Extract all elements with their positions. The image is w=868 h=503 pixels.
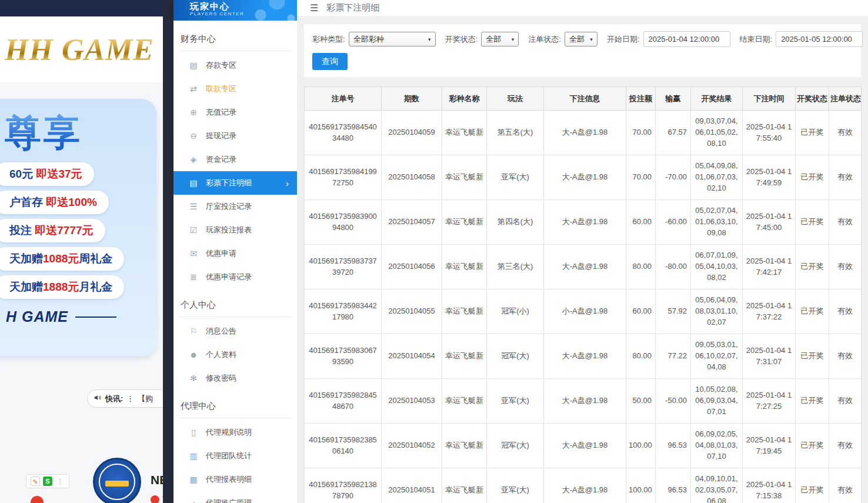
cell-bet_time: 2025-01-04 17:15:38 (743, 468, 796, 503)
search-button[interactable]: 查询 (312, 53, 348, 70)
draw-status-select[interactable]: 全部 ▾ (481, 32, 519, 46)
sidebar-item-withdraw[interactable]: ⇄取款专区 (173, 77, 297, 101)
sidebar-item-change-password[interactable]: ✻修改密码 (173, 367, 297, 390)
sidebar-item-recharge-record[interactable]: ⊕充值记录 (173, 101, 297, 124)
sidebar-item-player-bet-report[interactable]: ☑玩家投注报表 (173, 218, 297, 242)
cell-amount: 50.00 (626, 379, 656, 424)
lottery-type-value: 全部彩种 (353, 34, 384, 45)
site-logo-band: HH GAME (0, 16, 163, 82)
cell-lottery: 幸运飞艇新 (442, 155, 487, 200)
column-header-lottery: 彩种名称 (442, 87, 487, 111)
table-row: 40156917359845403448020250104059幸运飞艇新第五名… (305, 111, 862, 155)
background-page: HH GAME 尊享 60元 即送37元户首存 即送100%投注 即送7777元… (0, 0, 173, 503)
start-date-label: 开始日期: (607, 34, 640, 45)
sidebar-item-hall-bet-record[interactable]: ☰厅室投注记录 (173, 195, 297, 218)
cell-win_loss: 96.53 (656, 424, 691, 468)
cell-order_status: 有效 (829, 379, 862, 424)
sidebar-item-announcement[interactable]: ⚐消息公告 (173, 319, 297, 343)
promo-pill: 投注 即送7777元 (0, 219, 105, 242)
cell-bet_info: 大-A盘@1.98 (544, 245, 626, 289)
lottery-type-select[interactable]: 全部彩种 ▾ (349, 32, 436, 46)
cell-amount: 100.00 (626, 468, 656, 503)
cell-result: 04,09,10,01,02,03,05,07,06,08 (691, 468, 743, 503)
more-widget-icon[interactable]: ⋮ (55, 477, 65, 486)
sidebar-item-label: 代理规则说明 (206, 427, 252, 438)
cell-play: 冠军(小) (487, 289, 544, 334)
promo-pill-list: 60元 即送37元户首存 即送100%投注 即送7777元天加赠1088元周礼金… (9, 162, 156, 299)
hall-bet-record-icon: ☰ (189, 202, 198, 211)
news-text: 【购 (138, 394, 153, 404)
agent-promotion-icon: ‹ (189, 498, 198, 503)
sidebar-item-promo-apply[interactable]: ✉优惠申请 (173, 242, 297, 265)
cell-win_loss: -80.00 (656, 245, 691, 289)
sidebar-item-funds-record[interactable]: ◈资金记录 (173, 148, 297, 171)
column-header-order_status: 注单状态 (829, 87, 862, 111)
withdraw-record-icon: ⊖ (189, 131, 198, 141)
end-date-input[interactable] (776, 31, 863, 47)
order-status-value: 全部 (569, 34, 585, 45)
brand-mark: H GAME (6, 308, 68, 325)
column-header-amount: 投注额 (626, 87, 656, 111)
cell-amount: 80.00 (626, 334, 656, 379)
sidebar-item-agent-rules[interactable]: ▯代理规则说明 (173, 421, 297, 444)
table-body: 40156917359845403448020250104059幸运飞艇新第五名… (305, 111, 862, 503)
sidebar-item-withdraw-record[interactable]: ⊖提现记录 (173, 124, 297, 148)
cell-win_loss: 77.22 (656, 334, 691, 379)
promo-apply-record-icon: ≣ (189, 272, 198, 282)
main-content: ☰ 彩票下注明细 彩种类型: 全部彩种 ▾ 开奖状态: 全部 ▾ (297, 0, 868, 503)
promo-pill-text: 天加赠 (9, 252, 43, 265)
sidebar-item-label: 代理推广管理 (206, 498, 252, 503)
cell-bet_id: 401569173598390094800 (305, 200, 382, 245)
edit-widget-icon[interactable]: ✎ (31, 477, 40, 486)
sidebar-item-agent-report[interactable]: ▦代理报表明细 (173, 468, 297, 491)
table-row: 40156917359837373972020250104056幸运飞艇新第三名… (305, 245, 862, 289)
browser-widget-toolbar[interactable]: ✎ S ⋮ (26, 474, 69, 488)
cell-bet_id: 401569173598454034480 (305, 111, 382, 155)
lottery-type-label: 彩种类型: (312, 34, 345, 45)
cell-bet_time: 2025-01-04 17:45:00 (743, 200, 796, 245)
table-row: 40156917359839009480020250104057幸运飞艇新第四名… (305, 200, 862, 245)
hamburger-menu-icon[interactable]: ☰ (310, 2, 318, 14)
red-badge-icon (151, 495, 159, 503)
cell-order_status: 有效 (829, 155, 862, 200)
sidebar-item-profile[interactable]: ☻个人资料 (173, 343, 297, 367)
sidebar-title: 玩家中心 (190, 1, 297, 11)
sidebar-item-deposit[interactable]: ▤存款专区 (173, 54, 297, 77)
table-row: 40156917359841997275020250104058幸运飞艇新亚军(… (305, 155, 862, 200)
cell-order_status: 有效 (829, 111, 862, 155)
cell-result: 05,02,07,04,01,06,03,10,09,08 (691, 200, 743, 245)
sidebar-item-label: 优惠申请记录 (206, 272, 252, 282)
cell-draw_status: 已开奖 (796, 200, 829, 245)
cell-lottery: 幸运飞艇新 (442, 245, 487, 289)
promo-pill: 户首存 即送100% (0, 191, 109, 214)
sidebar-item-promo-apply-record[interactable]: ≣优惠申请记录 (173, 265, 297, 289)
promo-panel: 尊享 60元 即送37元户首存 即送100%投注 即送7777元天加赠1088元… (0, 99, 156, 357)
column-header-play: 玩法 (487, 87, 544, 111)
sidebar-item-label: 充值记录 (206, 107, 236, 118)
cell-period: 20250104053 (382, 379, 442, 424)
sidebar-item-agent-team-stats[interactable]: ▥代理团队统计 (173, 444, 297, 468)
cell-bet_id: 401569173598213878790 (305, 468, 382, 503)
sidebar-item-agent-promotion[interactable]: ‹代理推广管理 (173, 491, 297, 503)
agent-team-stats-icon: ▥ (189, 451, 198, 461)
cell-amount: 70.00 (626, 111, 656, 155)
promo-title: 尊享 (5, 108, 156, 158)
filter-panel: 彩种类型: 全部彩种 ▾ 开奖状态: 全部 ▾ 注单状态: (304, 24, 861, 77)
promo-pill-highlight: 1888元 (43, 281, 79, 293)
cell-play: 亚军(大) (487, 379, 544, 424)
bets-table-wrap: 注单号期数彩种名称玩法下注信息投注额输赢开奖结果下注时间开奖状态注单状态 401… (304, 86, 861, 503)
order-status-select[interactable]: 全部 ▾ (565, 32, 597, 46)
cell-amount: 70.00 (626, 155, 656, 200)
promo-pill-text: 户首存 (9, 196, 46, 208)
order-status-label: 注单状态: (528, 34, 561, 45)
start-date-input[interactable] (643, 31, 730, 47)
column-header-win_loss: 输赢 (656, 87, 691, 111)
s-widget-icon[interactable]: S (43, 477, 52, 486)
cell-draw_status: 已开奖 (796, 111, 829, 155)
news-ticker[interactable]: 快讯: ⋮ 【购 (87, 389, 173, 408)
sidebar-item-lottery-bet-detail[interactable]: ▤彩票下注明细› (173, 171, 297, 195)
cell-bet_info: 大-A盘@1.98 (544, 334, 626, 379)
cell-period: 20250104056 (382, 245, 442, 289)
cell-order_status: 有效 (829, 200, 862, 245)
site-logo: HH GAME (5, 32, 154, 67)
